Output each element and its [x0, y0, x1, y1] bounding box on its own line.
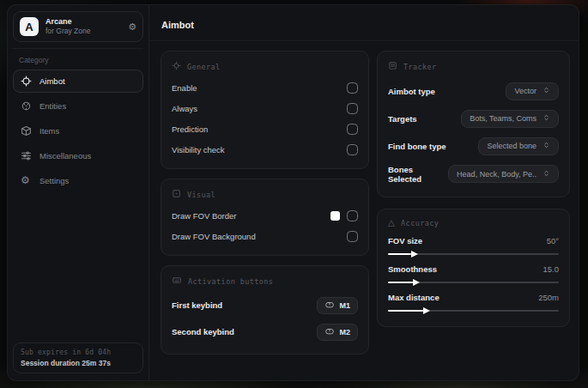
brand-logo: A	[20, 17, 39, 36]
chevron-updown-icon	[543, 169, 550, 179]
brand-card: A Arcane for Gray Zone ⚙	[13, 11, 143, 42]
category-label: Category	[19, 56, 137, 64]
main-panel: Aimbot General Enable	[149, 5, 579, 380]
sidebar-item-label: Settings	[39, 176, 69, 185]
visibility-check-checkbox[interactable]	[347, 144, 358, 155]
slider-thumb[interactable]	[413, 279, 420, 286]
prediction-checkbox[interactable]	[347, 124, 358, 135]
card-title-text: Tracker	[403, 63, 437, 71]
content: General Enable Always Prediction	[149, 41, 579, 363]
keybind-value: M2	[339, 328, 350, 336]
dropdown-value: Vector	[514, 87, 536, 95]
setting-row: Find bone type Selected bone	[388, 132, 559, 160]
setting-row: Prediction	[172, 118, 358, 139]
chevron-updown-icon	[543, 113, 550, 124]
chevron-updown-icon	[543, 86, 550, 96]
chevron-updown-icon	[543, 141, 550, 151]
fov-size-slider[interactable]	[388, 253, 559, 255]
sidebar-item-settings[interactable]: ⚙ Settings	[13, 169, 143, 192]
sidebar-divider	[13, 48, 143, 49]
sidebar-item-items[interactable]: Items	[13, 119, 143, 142]
max-distance-slider-row: Max distance 250m	[388, 289, 559, 318]
fov-size-slider-row: FOV size 50°	[388, 233, 559, 261]
setting-row: Draw FOV Border	[172, 205, 358, 226]
slider-label: Max distance	[388, 293, 439, 302]
slider-label: Smoothness	[388, 264, 437, 274]
setting-row: Second keybind M2	[172, 318, 358, 345]
crosshair-icon	[21, 76, 32, 87]
smoothness-slider-row: Smoothness 15.0	[388, 261, 559, 289]
setting-row: Enable	[172, 77, 358, 98]
setting-label: Aimbot type	[388, 87, 435, 96]
setting-label: Draw FOV Background	[172, 232, 256, 241]
smoothness-slider[interactable]	[388, 282, 559, 283]
general-card: General Enable Always Prediction	[161, 51, 369, 169]
aimbot-type-dropdown[interactable]: Vector	[506, 82, 559, 100]
sidebar-item-label: Aimbot	[39, 76, 65, 86]
sidebar-item-label: Entities	[39, 101, 66, 111]
main-header: Aimbot	[149, 5, 579, 41]
setting-label: Enable	[172, 83, 197, 93]
sidebar-item-label: Miscellaneous	[39, 151, 91, 161]
max-distance-slider[interactable]	[388, 310, 559, 312]
package-icon	[21, 125, 32, 136]
radar-icon	[21, 100, 32, 112]
gear-icon[interactable]: ⚙	[128, 21, 136, 33]
bones-selected-dropdown[interactable]: Head, Neck, Body, Pe..	[448, 165, 559, 183]
dropdown-value: Head, Neck, Body, Pe..	[457, 170, 536, 179]
cheat-menu-window: A Arcane for Gray Zone ⚙ Category Aimbot…	[7, 4, 579, 381]
draw-fov-background-checkbox[interactable]	[347, 231, 358, 242]
dropdown-value: Bots, Teams, Coms	[470, 114, 536, 123]
crosshair-icon	[172, 61, 181, 72]
sidebar-item-entities[interactable]: Entities	[13, 94, 143, 118]
keyboard-icon	[172, 276, 182, 287]
list-box-icon	[388, 61, 397, 72]
setting-label: Visibility check	[172, 145, 225, 155]
sub-expiry-text: Sub expires in 6d 04h	[21, 349, 136, 356]
card-title-text: Visual	[187, 191, 215, 199]
mouse-icon	[324, 327, 335, 337]
page-title: Aimbot	[161, 20, 194, 30]
keybind-value: M1	[339, 301, 350, 310]
gear-icon: ⚙	[21, 175, 32, 186]
second-keybind-button[interactable]: M2	[317, 324, 358, 341]
slider-value: 15.0	[543, 264, 560, 274]
card-title-text: Activation buttons	[188, 277, 273, 286]
left-column: General Enable Always Prediction	[161, 51, 369, 355]
slider-fill	[388, 253, 412, 255]
tracker-card: Tracker Aimbot type Vector Targets Bots,…	[377, 51, 570, 197]
setting-label: Second keybind	[172, 327, 234, 336]
fov-border-color-swatch[interactable]	[330, 211, 340, 221]
setting-label: Draw FOV Border	[172, 211, 237, 221]
accuracy-card: △ Accuracy FOV size 50°	[377, 209, 570, 327]
sidebar-item-aimbot[interactable]: Aimbot	[13, 70, 143, 93]
slider-fill	[388, 282, 414, 283]
targets-dropdown[interactable]: Bots, Teams, Coms	[461, 110, 559, 128]
setting-label: Bones Selected	[388, 165, 448, 184]
visual-card: Visual Draw FOV Border Draw FOV Backgrou…	[161, 179, 369, 256]
sliders-icon	[21, 150, 32, 161]
frame-dot-icon	[172, 189, 181, 200]
slider-value: 50°	[547, 236, 559, 246]
draw-fov-border-checkbox[interactable]	[347, 210, 358, 221]
brand-name: Arcane	[45, 17, 90, 27]
setting-row: Targets Bots, Teams, Coms	[388, 105, 559, 132]
setting-row: First keybind M1	[172, 292, 358, 318]
dropdown-value: Selected bone	[487, 142, 536, 150]
setting-label: Prediction	[172, 124, 208, 134]
subscription-footer: Sub expires in 6d 04h Session duration 2…	[13, 343, 143, 373]
mouse-icon	[324, 300, 335, 311]
first-keybind-button[interactable]: M1	[317, 297, 358, 314]
sidebar-item-miscellaneous[interactable]: Miscellaneous	[13, 144, 143, 167]
sidebar: A Arcane for Gray Zone ⚙ Category Aimbot…	[8, 5, 149, 380]
find-bone-type-dropdown[interactable]: Selected bone	[478, 137, 559, 155]
slider-thumb[interactable]	[423, 307, 430, 314]
triangle-icon: △	[388, 219, 395, 227]
always-checkbox[interactable]	[347, 103, 358, 114]
slider-thumb[interactable]	[411, 251, 418, 258]
setting-label: Targets	[388, 114, 417, 124]
right-column: Tracker Aimbot type Vector Targets Bots,…	[377, 51, 570, 327]
sidebar-item-label: Items	[39, 126, 59, 136]
enable-checkbox[interactable]	[347, 82, 358, 94]
slider-fill	[388, 310, 424, 312]
